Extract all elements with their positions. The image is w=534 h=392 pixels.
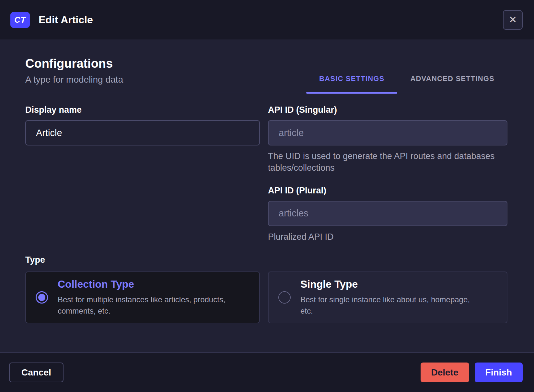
configurations-titles: Configurations A type for modeling data (25, 57, 123, 93)
collection-type-title: Collection Type (58, 278, 250, 290)
form-column-right: API ID (Singular) The UID is used to gen… (268, 105, 507, 243)
active-tab-underline (306, 92, 397, 94)
single-type-radio[interactable] (278, 291, 291, 304)
modal-header: CT Edit Article ✕ (0, 0, 534, 40)
tab-advanced-settings[interactable]: ADVANCED SETTINGS (397, 75, 507, 93)
api-id-plural-input[interactable] (268, 201, 507, 226)
single-type-description: Best for single instance like about us, … (300, 294, 482, 317)
tab-advanced-settings-label: ADVANCED SETTINGS (410, 75, 494, 83)
api-id-singular-label: API ID (Singular) (268, 105, 507, 115)
configuration-form: Display name API ID (Singular) The UID i… (25, 105, 507, 243)
finish-button[interactable]: Finish (475, 363, 523, 382)
radio-dot-icon (38, 294, 45, 301)
type-section: Type Collection Type Best for multiple i… (25, 255, 507, 323)
tab-basic-settings-label: BASIC SETTINGS (319, 75, 384, 83)
collection-type-text: Collection Type Best for multiple instan… (58, 278, 250, 317)
configurations-header: Configurations A type for modeling data … (25, 57, 507, 93)
type-options: Collection Type Best for multiple instan… (25, 271, 507, 323)
type-option-single[interactable]: Single Type Best for single instance lik… (268, 271, 507, 323)
api-id-singular-helper: The UID is used to generate the API rout… (268, 150, 503, 174)
api-id-plural-field-group: API ID (Plural) Pluralized API ID (268, 186, 507, 243)
single-type-title: Single Type (300, 278, 482, 290)
api-id-plural-label: API ID (Plural) (268, 186, 507, 196)
display-name-input[interactable] (25, 120, 260, 145)
modal-footer: Cancel Delete Finish (0, 352, 534, 392)
form-column-left: Display name (25, 105, 260, 243)
api-id-singular-input[interactable] (268, 120, 507, 145)
collection-type-radio[interactable] (36, 291, 48, 304)
content-type-badge: CT (10, 12, 30, 28)
close-icon: ✕ (509, 15, 517, 25)
modal-title: Edit Article (39, 14, 93, 26)
close-button[interactable]: ✕ (503, 10, 523, 30)
modal-body: Configurations A type for modeling data … (0, 40, 534, 352)
delete-button[interactable]: Delete (421, 363, 469, 382)
type-option-collection[interactable]: Collection Type Best for multiple instan… (25, 271, 260, 323)
api-id-singular-field-group: API ID (Singular) The UID is used to gen… (268, 105, 507, 174)
collection-type-description: Best for multiple instances like article… (58, 294, 250, 317)
display-name-field-group: Display name (25, 105, 260, 145)
display-name-label: Display name (25, 105, 260, 115)
configurations-title: Configurations (25, 57, 123, 71)
settings-tabs: BASIC SETTINGS ADVANCED SETTINGS (306, 75, 507, 93)
api-id-plural-helper: Pluralized API ID (268, 231, 503, 243)
cancel-button[interactable]: Cancel (9, 363, 64, 382)
configurations-subtitle: A type for modeling data (25, 75, 123, 85)
single-type-text: Single Type Best for single instance lik… (300, 278, 482, 317)
tab-basic-settings[interactable]: BASIC SETTINGS (306, 75, 397, 93)
type-label: Type (25, 255, 507, 265)
